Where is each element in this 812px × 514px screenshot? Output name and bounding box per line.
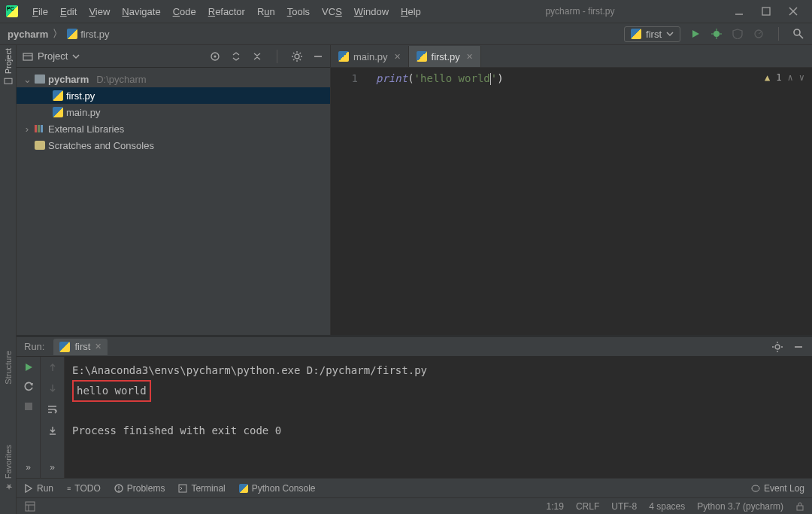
- project-settings-button[interactable]: [291, 50, 303, 62]
- run-button[interactable]: [689, 28, 701, 40]
- close-button[interactable]: [788, 6, 798, 17]
- project-panel-title: Project: [38, 50, 68, 62]
- tree-node-label: main.py: [66, 107, 101, 118]
- svg-rect-14: [23, 53, 32, 60]
- run-settings-button[interactable]: [771, 341, 783, 353]
- stop-button[interactable]: [23, 400, 35, 412]
- chevron-up-icon[interactable]: ∧: [788, 72, 793, 83]
- status-line-separator[interactable]: CRLF: [576, 501, 599, 512]
- toolbar-separator: [277, 50, 277, 63]
- select-opened-file-button[interactable]: [209, 50, 221, 62]
- toolbar-separator: [778, 27, 779, 41]
- menu-view[interactable]: View: [83, 3, 115, 20]
- python-run-icon: [631, 29, 641, 39]
- menu-edit[interactable]: Edit: [55, 3, 82, 20]
- rerun-button[interactable]: [23, 361, 35, 373]
- menu-code[interactable]: Code: [168, 3, 201, 20]
- soft-wrap-button[interactable]: [47, 403, 59, 415]
- svg-rect-1: [762, 8, 770, 15]
- svg-rect-37: [25, 403, 32, 410]
- project-view-selector[interactable]: Project: [23, 50, 80, 62]
- menu-help[interactable]: Help: [395, 3, 426, 20]
- console-exit-line: Process finished with exit code 0: [72, 424, 281, 436]
- breadcrumb-file[interactable]: first.py: [80, 29, 109, 40]
- close-tab-icon[interactable]: ✕: [95, 342, 102, 351]
- tree-project-root[interactable]: ⌄ pycharm D:\pycharm: [17, 71, 330, 87]
- run-config-selector[interactable]: first: [624, 26, 680, 42]
- code-editor[interactable]: 1 print('hello world') ▲ 1 ∧ ∨: [331, 68, 812, 335]
- tool-run-tab[interactable]: Run: [24, 483, 53, 494]
- tool-python-console-tab[interactable]: Python Console: [239, 483, 316, 494]
- hide-panel-button[interactable]: [312, 50, 324, 62]
- run-tool-window: Run: first ✕: [17, 335, 812, 478]
- svg-point-42: [752, 485, 759, 491]
- coverage-button[interactable]: [732, 28, 744, 40]
- scratches-icon: [35, 141, 45, 150]
- chevron-down-icon[interactable]: ∨: [799, 72, 804, 83]
- tree-file-first[interactable]: first.py: [17, 87, 330, 104]
- editor-tab-main[interactable]: main.py ✕: [331, 46, 409, 67]
- chevron-right-icon: ›: [23, 123, 32, 135]
- menu-bar: File Edit View Navigate Code Refactor Ru…: [27, 3, 426, 20]
- tool-terminal-tab[interactable]: Terminal: [178, 483, 225, 494]
- menu-run[interactable]: Run: [252, 3, 280, 20]
- left-tool-gutter: Project Structure ★ Favorites: [0, 45, 17, 514]
- tree-external-libraries[interactable]: › External Libraries: [17, 120, 330, 137]
- tool-event-log-tab[interactable]: Event Log: [751, 483, 804, 494]
- tool-todo-tab[interactable]: ≡TODO: [67, 483, 101, 494]
- tool-favorites-tab[interactable]: ★ Favorites: [3, 445, 13, 491]
- run-primary-toolbar: »: [17, 357, 41, 478]
- menu-navigate[interactable]: Navigate: [117, 3, 165, 20]
- tool-problems-tab[interactable]: Problems: [114, 483, 165, 494]
- tree-file-main[interactable]: main.py: [17, 104, 330, 120]
- run-tab[interactable]: first ✕: [53, 339, 108, 355]
- tree-node-path: D:\pycharm: [96, 74, 146, 85]
- python-run-icon: [59, 342, 70, 352]
- status-encoding[interactable]: UTF-8: [611, 501, 637, 512]
- run-settings-button[interactable]: [23, 381, 35, 393]
- breadcrumb-root[interactable]: pycharm: [8, 29, 48, 40]
- svg-point-17: [214, 55, 217, 57]
- status-lock-icon[interactable]: [795, 502, 804, 511]
- maximize-button[interactable]: [761, 6, 771, 17]
- breadcrumb[interactable]: pycharm 〉 first.py: [8, 27, 110, 41]
- menu-tools[interactable]: Tools: [282, 3, 315, 20]
- editor-tabs: main.py ✕ first.py ✕: [331, 45, 812, 68]
- more-actions-button[interactable]: »: [23, 461, 35, 473]
- hide-panel-button[interactable]: [792, 341, 804, 353]
- editor-tab-first[interactable]: first.py ✕: [409, 46, 481, 67]
- tool-structure-tab[interactable]: Structure: [4, 351, 13, 385]
- minimize-button[interactable]: [734, 6, 744, 17]
- project-panel: Project: [17, 45, 331, 335]
- editor-area: main.py ✕ first.py ✕ 1 print('hello worl…: [331, 45, 812, 335]
- scroll-to-end-button[interactable]: [47, 424, 59, 436]
- menu-window[interactable]: Window: [349, 3, 394, 20]
- more-actions-button[interactable]: »: [47, 461, 59, 473]
- close-tab-icon[interactable]: ✕: [466, 52, 473, 62]
- inspection-widget[interactable]: ▲ 1 ∧ ∨: [765, 72, 804, 83]
- menu-vcs[interactable]: VCS: [317, 3, 347, 20]
- expand-all-button[interactable]: [230, 50, 242, 62]
- status-interpreter[interactable]: Python 3.7 (pycharm): [697, 501, 783, 512]
- tree-scratches[interactable]: Scratches and Consoles: [17, 137, 330, 154]
- close-tab-icon[interactable]: ✕: [394, 52, 401, 62]
- tool-project-tab[interactable]: Project: [4, 48, 13, 86]
- status-cursor-pos[interactable]: 1:19: [547, 501, 564, 512]
- status-indent[interactable]: 4 spaces: [649, 501, 685, 512]
- debug-button[interactable]: [710, 28, 723, 40]
- menu-refactor[interactable]: Refactor: [203, 3, 250, 20]
- navigation-bar: pycharm 〉 first.py first: [0, 23, 812, 45]
- svg-rect-46: [797, 506, 803, 510]
- svg-line-25: [300, 53, 301, 54]
- search-everywhere-button[interactable]: [792, 28, 804, 40]
- scroll-down-button[interactable]: [47, 382, 59, 394]
- tree-node-label: pycharm: [48, 74, 89, 85]
- collapse-all-button[interactable]: [251, 50, 263, 62]
- scroll-up-button[interactable]: [47, 361, 59, 373]
- project-view-icon: [23, 51, 33, 62]
- tool-windows-button[interactable]: [24, 500, 36, 512]
- code-line[interactable]: print('hello world'): [368, 68, 504, 335]
- console-output[interactable]: E:\Anaconda3\envs\pycharm\python.exe D:/…: [65, 357, 812, 478]
- profile-button[interactable]: [753, 28, 765, 40]
- menu-file[interactable]: File: [27, 3, 53, 20]
